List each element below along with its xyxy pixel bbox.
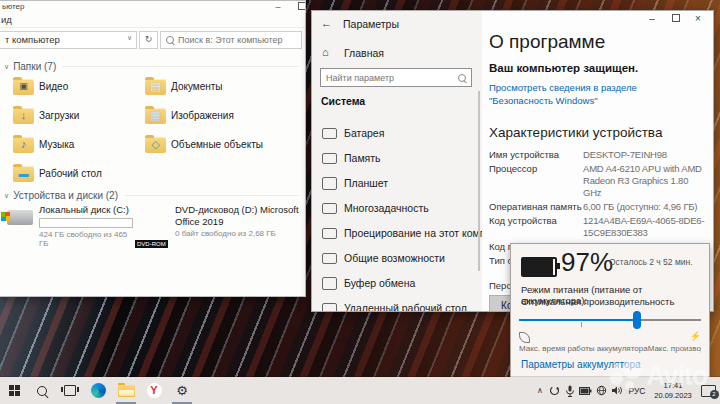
spec-row-device-id: Код устройства 1214A4BA-E69A-4065-8DE6-1… [489, 215, 709, 239]
explorer-minimize-button[interactable]: – [268, 1, 288, 14]
sync-tray-icon[interactable] [548, 377, 561, 404]
power-mode-slider[interactable] [519, 312, 701, 328]
file-explorer-window: ьютер – ид т компьютер ∨ ↻ ∨ Папки (7) ▣… [0, 0, 306, 297]
start-button[interactable] [0, 377, 28, 404]
explorer-search-box[interactable] [160, 31, 302, 49]
explorer-titlebar[interactable]: ьютер – [0, 1, 305, 14]
settings-search-input[interactable] [321, 73, 458, 83]
settings-close-button[interactable]: × [689, 13, 707, 24]
dvd-drive-icon: DVD-ROM [139, 205, 169, 248]
folders-header-label: Папки (7) [13, 61, 56, 72]
performance-bolt-icon: ⚡ [690, 331, 701, 341]
taskbar-edge-button[interactable] [84, 377, 112, 404]
pictures-folder-icon: ▦ [145, 108, 166, 124]
storage-icon [322, 153, 337, 164]
divider [124, 195, 299, 196]
folder-item-desktop[interactable]: ▬ Рабочий стол [13, 159, 145, 188]
sidebar-item-tablet[interactable]: Планшет [312, 172, 482, 197]
chevron-down-icon[interactable]: ∨ [127, 34, 132, 42]
search-icon [37, 386, 47, 396]
settings-search-box[interactable] [320, 68, 472, 87]
battery-tray-icon[interactable] [578, 377, 593, 404]
drive-c-name: Локальный диск (C:) [39, 205, 139, 216]
drive-dvd-name-line2: Office 2019 [175, 217, 299, 228]
folder-item-downloads[interactable]: ↓ Загрузки [13, 101, 145, 130]
settings-sidebar: ← Параметры ⌂ Главная Система Батарея Па… [312, 11, 482, 311]
slider-track-left [519, 319, 637, 321]
spec-row-device-name: Имя устройства DESKTOP-7EINH98 [489, 149, 709, 161]
taskbar-clock[interactable]: 17:4120.09.2023 [650, 377, 696, 404]
explorer-search-input[interactable] [178, 35, 288, 45]
system-tray: ∧ РУС 17:4120.09.2023 2 [534, 377, 718, 404]
slider-thumb[interactable] [633, 311, 641, 329]
taskbar-search-button[interactable] [28, 377, 56, 404]
battery-settings-link[interactable]: Параметры аккумулятора [521, 359, 641, 370]
action-center-button[interactable]: 2 [698, 377, 718, 404]
security-details-link[interactable]: Просмотреть сведения в разделе "Безопасн… [489, 82, 697, 108]
clock-date: 20.09.2023 [654, 391, 692, 400]
tablet-icon [322, 177, 337, 190]
ribbon-tab-view[interactable]: ид [1, 14, 12, 25]
power-mode-value: Оптимальная производительность [521, 296, 674, 307]
explorer-address-row: т компьютер ∨ ↻ [0, 28, 305, 52]
drives-grid: Локальный диск (C:) 424 ГБ свободно из 4… [7, 205, 305, 248]
settings-maximize-button[interactable] [667, 13, 685, 24]
drive-item-dvd[interactable]: DVD-ROM DVD-дисковод (D:) Microsoft Offi… [139, 205, 306, 248]
home-label: Главная [344, 47, 384, 59]
folder-item-documents[interactable]: ▤ Документы [145, 72, 305, 101]
sidebar-item-storage[interactable]: Память [312, 147, 482, 172]
folder-item-video[interactable]: ▣ Видео [13, 72, 145, 101]
device-specs-title: Характеристики устройства [489, 125, 662, 140]
notification-icon: 2 [701, 385, 716, 397]
back-arrow-icon[interactable]: ← [321, 17, 332, 29]
notification-count-badge: 2 [710, 390, 719, 399]
sidebar-item-battery[interactable]: Батарея [312, 122, 482, 147]
address-bar[interactable]: т компьютер ∨ [0, 31, 137, 49]
drive-dvd-name-line1: DVD-дисковод (D:) Microsoft [175, 205, 299, 216]
about-page-title: О программе [489, 31, 605, 53]
taskbar-settings-button[interactable]: ⚙ [168, 377, 196, 404]
battery-level-icon [521, 257, 557, 277]
taskbar: Y ⚙ ∧ РУС 17:4120.09.2023 2 [0, 377, 720, 404]
show-hidden-icons-button[interactable]: ∧ [534, 377, 546, 404]
sidebar-item-remote-desktop[interactable]: Удаленный рабочий стол [312, 297, 482, 312]
folder-item-3d-objects[interactable]: ◇ Объемные объекты [145, 130, 305, 159]
spec-row-processor: Процессор AMD A4-6210 APU with AMD Radeo… [489, 163, 709, 199]
windows-logo-icon [9, 385, 20, 396]
sidebar-item-projecting[interactable]: Проецирование на этот компьютер [312, 222, 482, 247]
folder-item-pictures[interactable]: ▦ Изображения [145, 101, 305, 130]
drive-item-c[interactable]: Локальный диск (C:) 424 ГБ свободно из 4… [7, 205, 139, 248]
sidebar-section-system: Система [321, 95, 365, 107]
task-view-button[interactable] [56, 377, 84, 404]
sidebar-scrollbar[interactable] [478, 91, 480, 271]
drive-dvd-free-space: 0 байт свободно из 2,68 ГБ [175, 229, 299, 238]
taskbar-explorer-button[interactable] [112, 377, 140, 404]
chevron-down-icon[interactable]: ∨ [4, 63, 9, 71]
volume-tray-icon[interactable] [610, 377, 624, 404]
explorer-maximize-button[interactable] [292, 1, 306, 14]
dvd-rom-badge: DVD-ROM [135, 240, 168, 248]
network-tray-icon[interactable] [595, 377, 608, 404]
sidebar-item-shared-experiences[interactable]: Общие возможности [312, 247, 482, 272]
edge-browser-icon [91, 383, 106, 398]
desktop-folder-icon: ▬ [13, 166, 34, 182]
refresh-button[interactable]: ↻ [139, 31, 158, 49]
sidebar-item-home[interactable]: ⌂ Главная [312, 44, 482, 64]
settings-minimize-button[interactable]: – [643, 13, 661, 24]
slider-tick [581, 322, 582, 327]
sidebar-item-multitasking[interactable]: Многозадачность [312, 197, 482, 222]
chevron-down-icon[interactable]: ∨ [4, 192, 9, 200]
video-folder-icon: ▣ [13, 79, 34, 95]
taskbar-yandex-button[interactable]: Y [140, 377, 168, 404]
taskbar-left-icons: Y ⚙ [0, 377, 196, 404]
desktop-wallpaper: { "icons": { "minimize": "–", "close": "… [0, 0, 720, 404]
folder-item-music[interactable]: ♪ Музыка [13, 130, 145, 159]
language-indicator[interactable]: РУС [626, 377, 648, 404]
devices-section-header[interactable]: ∨ Устройства и диски (2) [0, 190, 305, 201]
remote-desktop-icon [322, 303, 337, 312]
explorer-ribbon: ид [0, 14, 305, 28]
microphone-tray-icon[interactable] [563, 377, 576, 404]
sidebar-item-clipboard[interactable]: Буфер обмена [312, 272, 482, 297]
documents-folder-icon: ▤ [145, 79, 166, 95]
folders-section-header[interactable]: ∨ Папки (7) [0, 61, 305, 72]
